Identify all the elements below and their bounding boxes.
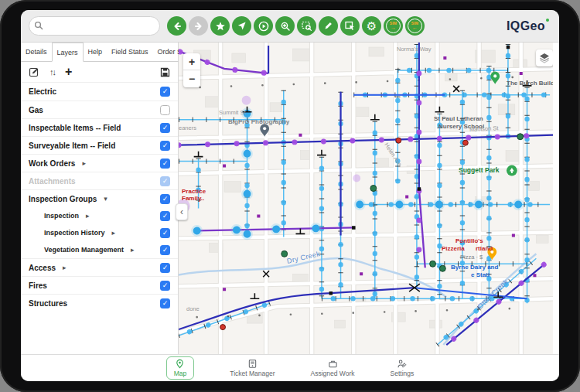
tab-layers[interactable]: Layers <box>52 43 84 62</box>
tablet-frame: ⚙ SIM → SIM ← IQGeo D <box>0 0 580 392</box>
toolbar-buttons: ⚙ SIM → SIM ← <box>167 16 425 36</box>
chevron-down-icon[interactable] <box>104 195 107 203</box>
sim-arrow-left-icon: SIM ← <box>408 19 422 33</box>
play-circle-icon <box>258 20 270 32</box>
sort-arrows-icon[interactable]: ↑↓ <box>49 67 55 77</box>
arrow-right-small-icon: → <box>391 26 396 30</box>
chevron-right-icon[interactable] <box>112 229 116 237</box>
chevron-right-icon[interactable] <box>63 264 67 271</box>
basemap-layers-button[interactable] <box>536 49 553 66</box>
locate-button[interactable] <box>232 16 251 36</box>
layer-checkbox <box>160 176 170 186</box>
search-input[interactable] <box>29 16 160 36</box>
plus-icon[interactable]: + <box>65 66 72 78</box>
arrow-left-small-icon: ← <box>412 26 418 30</box>
layer-row-surveyable-item[interactable]: Surveyable Item -- Field <box>21 136 178 154</box>
street-view-button[interactable] <box>254 16 273 36</box>
layer-checkbox[interactable] <box>160 298 170 308</box>
pencil-square-icon[interactable] <box>29 66 39 77</box>
map-canvas[interactable]: Norma's Way The Burch Building Suggett P… <box>179 43 553 354</box>
layer-checkbox[interactable] <box>160 211 170 221</box>
layer-checkbox[interactable] <box>160 123 170 133</box>
zoom-in-button[interactable]: + <box>183 53 200 70</box>
layer-label: Inspection History <box>44 229 105 237</box>
tab-help[interactable]: Help <box>84 43 107 62</box>
layer-checkbox[interactable] <box>160 263 170 273</box>
layer-row-inspectable-items[interactable]: Inspectable Items -- Field <box>21 118 178 136</box>
map-graphics <box>179 43 553 354</box>
layer-label: Work Orders <box>29 159 75 168</box>
forward-button[interactable] <box>189 16 208 36</box>
area-query-button[interactable] <box>297 16 316 36</box>
briefcase-icon <box>328 359 338 369</box>
layer-row-electric[interactable]: Electric <box>21 83 178 101</box>
nav-label: Assigned Work <box>311 370 355 377</box>
search-box <box>29 16 160 36</box>
iqgeo-logo: IQGeo <box>507 19 545 33</box>
nav-item-assigned-work[interactable]: Assigned Work <box>311 359 355 377</box>
tab-details[interactable]: Details <box>21 43 52 62</box>
sim-arrow-right-icon: SIM → <box>386 19 401 33</box>
layer-checkbox[interactable] <box>160 87 170 97</box>
bottom-nav: Map Ticket Manager Assigned Work Setting… <box>21 354 559 381</box>
left-panel: Details Layers Help Field Status Order S… <box>21 43 179 354</box>
ticket-icon <box>247 359 258 369</box>
suggett-park-pin[interactable] <box>507 165 517 176</box>
layer-checkbox[interactable] <box>160 228 170 238</box>
magnifier-plus-icon <box>280 21 291 32</box>
layer-row-work-orders[interactable]: Work Orders <box>21 154 178 172</box>
layer-label: Inspectable Items -- Field <box>29 124 121 132</box>
layer-row-access[interactable]: Access <box>21 258 178 276</box>
sim-import-button[interactable]: SIM ← <box>405 16 425 36</box>
layer-label: Attachments <box>29 177 76 186</box>
layer-label: Inspection Groups <box>29 195 97 203</box>
arrow-left-icon <box>172 21 183 32</box>
layer-label: Inspection <box>44 212 79 220</box>
layer-row-attachments[interactable]: Attachments <box>21 172 178 189</box>
collapse-panel-handle[interactable] <box>176 203 188 220</box>
layer-label: Fires <box>29 281 47 290</box>
layer-checkbox[interactable] <box>160 141 170 151</box>
chevron-right-icon[interactable] <box>86 212 90 220</box>
sim-export-button[interactable]: SIM → <box>384 16 403 36</box>
layer-checkbox[interactable] <box>160 245 170 255</box>
zoom-search-button[interactable] <box>275 16 295 36</box>
box-magnifier-icon <box>301 20 312 32</box>
layer-row-gas[interactable]: Gas <box>21 101 178 118</box>
edit-button[interactable] <box>319 16 338 36</box>
layer-checkbox[interactable] <box>160 105 170 115</box>
select-area-button[interactable] <box>340 16 360 36</box>
layer-checkbox[interactable] <box>160 281 170 291</box>
layers-stack-icon <box>538 52 551 64</box>
layer-checkbox[interactable] <box>160 159 170 169</box>
layer-label: Surveyable Item -- Field <box>29 141 115 150</box>
layer-row-vegetation-management[interactable]: Vegetation Management <box>21 241 178 258</box>
user-gear-icon <box>397 359 407 369</box>
tab-field-status[interactable]: Field Status <box>107 43 153 62</box>
layer-row-inspection[interactable]: Inspection <box>21 207 178 224</box>
layer-row-structures[interactable]: Structures <box>21 294 178 312</box>
layer-list: Electric Gas Inspectable Items -- Field … <box>21 83 178 312</box>
layer-row-inspection-groups[interactable]: Inspection Groups <box>21 189 178 207</box>
settings-gear-button[interactable]: ⚙ <box>362 16 381 36</box>
box-cursor-icon <box>344 20 356 32</box>
layer-checkbox[interactable] <box>160 194 170 204</box>
back-button[interactable] <box>167 16 186 36</box>
layer-row-inspection-history[interactable]: Inspection History <box>21 224 178 241</box>
chevron-right-icon[interactable] <box>131 246 135 254</box>
floppy-icon[interactable] <box>160 67 170 77</box>
chevron-right-icon[interactable] <box>82 159 86 167</box>
layers-toolbar: ↑↓ + <box>21 62 178 83</box>
app-screen: ⚙ SIM → SIM ← IQGeo D <box>21 10 559 381</box>
nav-item-ticket-manager[interactable]: Ticket Manager <box>230 359 275 377</box>
bookmarks-button[interactable] <box>210 16 230 36</box>
map-pin-icon <box>175 359 185 369</box>
zoom-control: + − <box>183 53 200 87</box>
layer-label: Access <box>29 264 56 272</box>
nav-item-map[interactable]: Map <box>166 356 195 380</box>
layer-row-fires[interactable]: Fires <box>21 276 178 294</box>
gear-icon: ⚙ <box>367 20 377 32</box>
zoom-out-button[interactable]: − <box>183 70 200 87</box>
nav-label: Map <box>174 370 187 377</box>
nav-item-settings[interactable]: Settings <box>391 359 415 377</box>
